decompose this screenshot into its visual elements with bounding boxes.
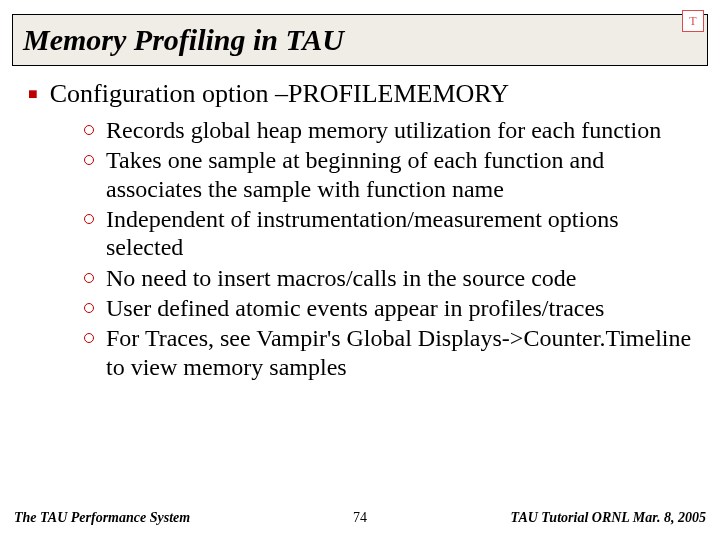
list-item-text: For Traces, see Vampir's Global Displays… xyxy=(106,324,692,381)
list-item: Independent of instrumentation/measureme… xyxy=(84,205,692,262)
list-item-text: Takes one sample at beginning of each fu… xyxy=(106,146,692,203)
footer-left: The TAU Performance System xyxy=(14,510,190,526)
ring-bullet-icon xyxy=(84,333,94,343)
slide-title: Memory Profiling in TAU xyxy=(23,23,344,57)
heading-text: Configuration option –PROFILEMEMORY xyxy=(50,78,692,109)
list-item-text: Independent of instrumentation/measureme… xyxy=(106,205,692,262)
page-number: 74 xyxy=(353,510,367,526)
ring-bullet-icon xyxy=(84,273,94,283)
slide-body: ■ Configuration option –PROFILEMEMORY Re… xyxy=(28,78,692,383)
list-item-text: User defined atomic events appear in pro… xyxy=(106,294,692,322)
list-item: Takes one sample at beginning of each fu… xyxy=(84,146,692,203)
square-bullet-icon: ■ xyxy=(28,78,38,110)
slide: Memory Profiling in TAU T ■ Configuratio… xyxy=(0,0,720,540)
ring-bullet-icon xyxy=(84,303,94,313)
footer: The TAU Performance System 74 TAU Tutori… xyxy=(14,510,706,526)
heading-item: ■ Configuration option –PROFILEMEMORY xyxy=(28,78,692,110)
list-item: Records global heap memory utilization f… xyxy=(84,116,692,144)
title-bar: Memory Profiling in TAU xyxy=(12,14,708,66)
ring-bullet-icon xyxy=(84,155,94,165)
list-item: For Traces, see Vampir's Global Displays… xyxy=(84,324,692,381)
ring-bullet-icon xyxy=(84,214,94,224)
footer-right: TAU Tutorial ORNL Mar. 8, 2005 xyxy=(511,510,706,526)
list-item-text: No need to insert macros/calls in the so… xyxy=(106,264,692,292)
ring-bullet-icon xyxy=(84,125,94,135)
list-item: User defined atomic events appear in pro… xyxy=(84,294,692,322)
list-item: No need to insert macros/calls in the so… xyxy=(84,264,692,292)
tau-logo-icon: T xyxy=(682,10,704,32)
list-item-text: Records global heap memory utilization f… xyxy=(106,116,692,144)
